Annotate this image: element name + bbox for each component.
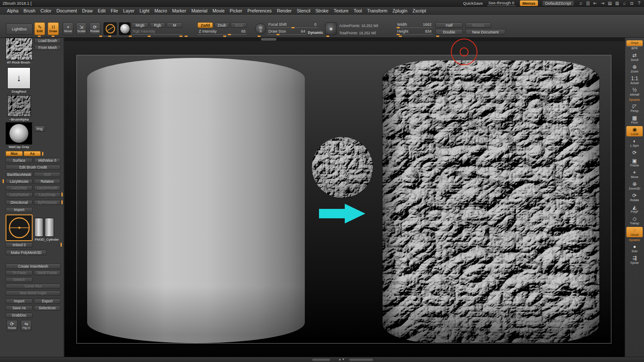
- roll-button[interactable]: Roll: [34, 172, 61, 177]
- rightshelf-transp-button[interactable]: ◇ Transp: [626, 215, 643, 226]
- canvas-top-scrollbar-handle[interactable]: [261, 38, 276, 41]
- current-tool-preview[interactable]: [6, 214, 33, 241]
- rightshelf-zoom-button[interactable]: ⊕ Zoom: [626, 63, 643, 74]
- bypressure-button[interactable]: ByPressure: [34, 200, 61, 205]
- rgb-button[interactable]: Rgb: [150, 22, 165, 28]
- default-zscript-button[interactable]: DefaultZScript: [542, 0, 574, 6]
- current-brush-preview[interactable]: [6, 38, 33, 60]
- titlebar-pressure-bars-icon[interactable]: |||: [586, 1, 590, 6]
- titlebar-monitor-icon[interactable]: ▤: [608, 1, 612, 6]
- menu-item-render[interactable]: Render: [274, 8, 294, 14]
- menu-item-stroke[interactable]: Stroke: [313, 8, 331, 14]
- document-width-slider[interactable]: Width 1662: [396, 22, 433, 28]
- menu-item-draw[interactable]: Draw: [79, 8, 95, 14]
- rightshelf-ghost-button[interactable]: ◌ Ghost: [626, 227, 643, 237]
- sculptris-pro-button[interactable]: ◎ S: [255, 23, 266, 34]
- current-material-thumbnail[interactable]: [119, 22, 131, 35]
- menu-item-color[interactable]: Color: [38, 8, 54, 14]
- bottom-scrollbar-handle-right[interactable]: [349, 358, 374, 362]
- resize-button[interactable]: Resize: [465, 22, 491, 28]
- quicksave-button[interactable]: QuickSave: [463, 1, 483, 6]
- titlebar-speaker-icon[interactable]: ♫: [578, 1, 583, 6]
- rotate-button[interactable]: ⟳ Rotate: [89, 22, 100, 35]
- img-button[interactable]: Img: [34, 125, 45, 132]
- alpha-preview[interactable]: [7, 95, 31, 117]
- zsub-button[interactable]: Zsub: [214, 22, 229, 28]
- menu-item-layer[interactable]: Layer: [121, 8, 137, 14]
- menu-item-marker[interactable]: Marker: [170, 8, 189, 14]
- menu-item-brush[interactable]: Brush: [21, 8, 38, 14]
- rotate-tool-icon-button[interactable]: ⟳ Rotate: [6, 320, 18, 331]
- relative-button[interactable]: Relative: [34, 179, 61, 184]
- scale-button[interactable]: ⇲ Scale: [76, 22, 87, 35]
- tool-history-thumbnail[interactable]: [45, 218, 54, 237]
- import-tool-button[interactable]: Import: [6, 299, 33, 304]
- document-height-slider[interactable]: Height 934: [396, 29, 433, 35]
- rightshelf-aahalf-button[interactable]: ½ AAHalf: [626, 87, 643, 97]
- rightshelf-gxyz-button[interactable]: Gxyz: [626, 40, 643, 46]
- lazysnap-slider[interactable]: LazySnap: [34, 192, 61, 197]
- rgb-intensity-slider[interactable]: Rgb Intensity: [131, 29, 182, 35]
- menu-item-alpha[interactable]: Alpha: [4, 8, 21, 14]
- rightshelf-rotate-button[interactable]: ⟳ Rotate: [626, 192, 643, 202]
- midvalue-slider[interactable]: MidValue 0: [34, 158, 61, 163]
- import-brush-button[interactable]: Import: [6, 207, 33, 212]
- stretch-button[interactable]: Stretch: [6, 277, 33, 282]
- new-document-button[interactable]: New Document: [465, 29, 505, 35]
- menu-item-transform[interactable]: Transform: [365, 8, 390, 14]
- surface-button[interactable]: Surface: [6, 158, 33, 163]
- lazymouse-button[interactable]: LazyMouse: [6, 179, 33, 184]
- rightshelf-scroll-button[interactable]: ⇄ Scroll: [626, 52, 643, 62]
- edit-button[interactable]: ✎ Edit: [34, 22, 45, 35]
- rightshelf-xpose-button[interactable]: ⇶ Xpose: [626, 255, 643, 265]
- menus-button[interactable]: Menus: [520, 0, 538, 6]
- canvas-top-scrollbar[interactable]: [64, 38, 625, 41]
- m-button[interactable]: M: [167, 22, 182, 28]
- rightshelf-lsym-button[interactable]: ◐ L.Sym: [626, 138, 643, 148]
- backfacemask-button[interactable]: BackfaceMask: [6, 172, 33, 177]
- rightshelf-move-button[interactable]: ⌖ Move: [626, 169, 643, 179]
- save-as-button[interactable]: Save As: [6, 305, 33, 311]
- titlebar-store-layout-icon[interactable]: ⇤: [593, 1, 598, 6]
- tri-parts-button[interactable]: Tri Parts: [6, 270, 33, 275]
- directional-button[interactable]: Directional: [6, 200, 33, 205]
- titlebar-dual-monitor-icon[interactable]: ▥: [615, 1, 620, 6]
- max-bend-angle-slider[interactable]: Max Bend Angle: [6, 290, 61, 296]
- titlebar-help-icon[interactable]: ?: [637, 1, 641, 6]
- max-button[interactable]: Max: [6, 151, 23, 156]
- select-icon-button[interactable]: SelectIcon: [34, 305, 61, 311]
- menu-item-tool[interactable]: Tool: [351, 8, 365, 14]
- rightshelf-turntable-button[interactable]: ⟳: [626, 149, 643, 156]
- menu-item-material[interactable]: Material: [189, 8, 210, 14]
- menu-item-file[interactable]: File: [108, 8, 121, 14]
- menu-item-preferences[interactable]: Preferences: [245, 8, 274, 14]
- edit-brush-credit-button[interactable]: Edit Brush Credit: [6, 165, 61, 170]
- menu-item-texture[interactable]: Texture: [331, 8, 351, 14]
- stroke-preview-icon[interactable]: ◉: [325, 22, 337, 35]
- menu-item-edit[interactable]: Edit: [95, 8, 108, 14]
- rightshelf-floor-button[interactable]: ▦ Floor: [626, 115, 643, 125]
- menu-item-document[interactable]: Document: [54, 8, 79, 14]
- titlebar-home-icon[interactable]: ⌂: [622, 1, 627, 6]
- load-brush-button[interactable]: Load Brush: [34, 38, 61, 43]
- bottom-scrollbar-handle-left[interactable]: [312, 358, 331, 362]
- from-mesh-button[interactable]: From Mesh: [34, 45, 61, 50]
- z-intensity-slider[interactable]: Z Intensity 65: [197, 29, 247, 35]
- see-through-slider[interactable]: See-through 0: [487, 0, 516, 6]
- menu-item-macro[interactable]: Macro: [152, 8, 170, 14]
- matcap-preview[interactable]: [6, 122, 32, 145]
- dynamic-draw-size-toggle[interactable]: Dynamic: [308, 30, 323, 35]
- export-tool-button[interactable]: Export: [34, 299, 61, 304]
- focal-shift-slider[interactable]: Focal Shift 0: [267, 22, 318, 28]
- curve-res-slider[interactable]: Curve Res: [6, 284, 61, 289]
- lazystep-slider[interactable]: LazyStep: [6, 185, 33, 190]
- make-polymesh3d-button[interactable]: Make PolyMesh3D: [6, 250, 47, 255]
- menu-item-picker[interactable]: Picker: [227, 8, 245, 14]
- flip-h-icon-button[interactable]: ⇋ Flip H: [21, 320, 32, 331]
- rightshelf-dynamic-solo-label[interactable]: Dynamic: [626, 238, 643, 242]
- rightshelf-zoom3d-button[interactable]: ⊕ Zoom3D: [626, 181, 643, 191]
- create-insertmesh-button[interactable]: Create InsertMesh: [6, 263, 61, 269]
- current-brush-thumbnail[interactable]: [103, 22, 117, 35]
- draw-button[interactable]: ∷ Draw: [48, 22, 59, 35]
- move-button[interactable]: ⌖ Move: [63, 22, 73, 35]
